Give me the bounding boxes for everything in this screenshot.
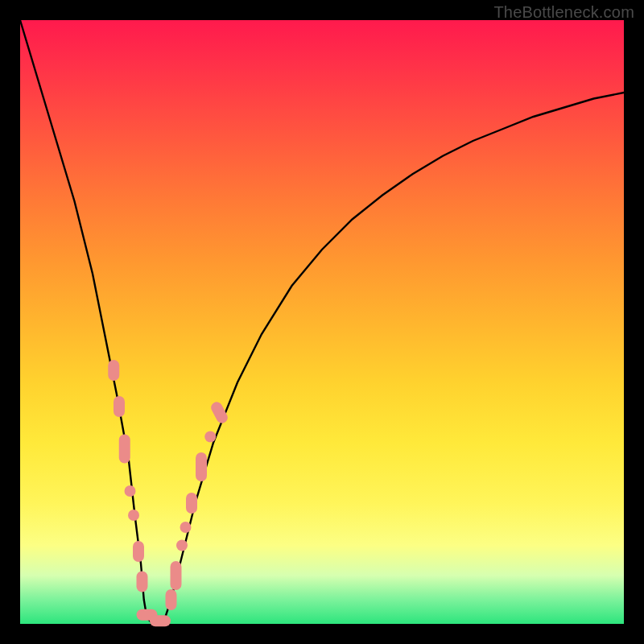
chart-svg (20, 20, 624, 624)
chart-marker (137, 572, 148, 592)
chart-marker (204, 431, 216, 443)
chart-markers (108, 360, 229, 626)
chart-marker (176, 540, 188, 551)
chart-marker (119, 435, 130, 464)
chart-marker (125, 485, 136, 497)
chart-marker (180, 522, 192, 533)
chart-marker (186, 493, 197, 514)
bottleneck-curve (20, 20, 624, 624)
chart-marker (209, 400, 230, 425)
chart-marker (108, 360, 119, 381)
chart-marker (196, 452, 207, 481)
chart-marker (150, 615, 171, 626)
chart-frame: TheBottleneck.com (0, 0, 644, 644)
chart-marker (133, 541, 144, 562)
watermark-label: TheBottleneck.com (493, 3, 634, 22)
chart-plot-area (20, 20, 624, 624)
chart-marker (171, 561, 182, 590)
chart-marker (114, 396, 125, 417)
chart-marker (166, 589, 177, 610)
chart-marker (128, 510, 139, 521)
